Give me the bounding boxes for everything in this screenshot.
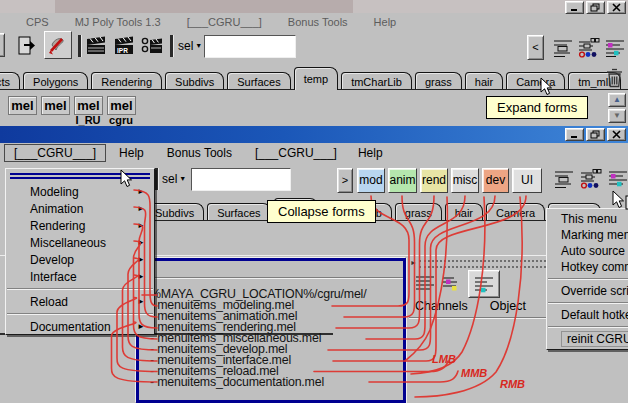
window1-titlebar[interactable] [0,0,628,13]
shelf-button-anim[interactable]: anim [388,168,417,193]
menu-cgru-open[interactable]: [___CGRU___] [4,144,106,162]
menu-item-interface[interactable]: Interface► [6,268,154,285]
shelf-button-dev[interactable]: dev [482,168,509,193]
expand-forms-tooltip: Expand forms [486,96,588,119]
shelf-tab-hair[interactable]: hair [465,72,503,90]
trash-icon[interactable] [603,66,626,93]
shelf-tab-subdivs[interactable]: Subdivs [165,72,224,90]
menu-item-marking-menu[interactable]: Marking menu [547,227,628,243]
menu-item-auto-source[interactable]: Auto source [547,243,628,259]
channel-box-layers-icon [473,273,495,295]
channel-box-icon[interactable] [604,37,626,63]
menu-bonus-tools[interactable]: Bonus Tools [284,14,352,30]
menu-separator [7,313,153,315]
menu-item-rendering[interactable]: Rendering► [6,217,154,234]
quick-select-input[interactable] [204,35,296,58]
menu-separator [7,288,153,290]
menu-tearoff-handle[interactable] [10,177,150,179]
menu-cgru[interactable]: [___CGRU___] [183,14,266,30]
collapse-forms-button[interactable]: < [527,35,544,60]
mel-file: - menuitems_documentation.mel [150,377,366,388]
menu-help[interactable]: Help [370,14,401,30]
shelf-tab-camera[interactable]: Camera [486,203,545,221]
shelf-scroll-up-button[interactable]: ▲ [608,93,626,107]
channel-box-icon[interactable] [414,273,436,299]
render-settings-icon[interactable] [140,34,165,63]
window2-titlebar[interactable] [0,126,628,143]
tool-settings-icon[interactable] [578,37,600,63]
menu-bonus-tools[interactable]: Bonus Tools [163,144,236,162]
menu-item-develop[interactable]: Develop► [6,251,154,268]
window1-menubar: CPS MJ Poly Tools 1.3 [___CGRU___] Bonus… [0,13,628,30]
menu-item-reload[interactable]: Reload► [6,293,154,310]
restore-button[interactable] [586,128,605,141]
expand-forms-button[interactable]: > [337,168,353,193]
menu-item-miscellaneous[interactable]: Miscellaneous► [6,234,154,251]
close-button[interactable] [607,128,626,141]
shelf-tab-hair[interactable]: hair [445,203,483,221]
ipr-render-icon[interactable]: IPR [112,34,137,63]
render-icon[interactable] [84,34,109,63]
shelf-button-mod[interactable]: mod [357,168,385,193]
restore-icon [590,3,601,12]
channels-menu[interactable]: Channels [415,299,468,313]
shelf-item-label: cgru [101,114,141,126]
shelf-button-ui[interactable]: UI [512,168,542,193]
shelf-item-mel-1[interactable]: mel [8,96,37,115]
shelf-item-mel-3[interactable]: mel [74,96,103,115]
tool-settings-icon[interactable] [580,168,602,194]
menu-help[interactable]: Help [115,144,148,162]
object-menu[interactable]: Object [490,299,526,313]
menu-item-default-hotkey[interactable]: Default hotkey [547,307,628,323]
menu-item-hotkey-comm[interactable]: Hotkey comm [547,259,628,275]
toolbar-edge-stub [0,33,5,57]
attribute-editor-icon[interactable] [553,168,575,194]
shelf-button-rend[interactable]: rend [420,168,448,193]
shelf-scroll-down-button[interactable]: ▼ [608,109,626,123]
shelf-tab-polygons[interactable]: Polygons [23,72,88,90]
menu-item-this-menu[interactable]: This menu [547,211,628,227]
shelf-tab-camera[interactable]: Camera [506,72,565,90]
submenu-arrow-icon: ► [137,255,145,264]
layer-editor-icon[interactable] [442,273,464,299]
attribute-editor-icon[interactable] [552,37,574,63]
selection-mask-dropdown[interactable]: sel▼ [162,172,186,186]
quick-select-input[interactable] [191,168,291,191]
shelf-tab-grass[interactable]: grass [415,72,462,90]
dropdown-arrow-icon: ▼ [195,42,202,49]
menu-item-animation[interactable]: Animation► [6,200,154,217]
menu-cgru-2[interactable]: [___CGRU___] [251,144,341,162]
channel-box-icon[interactable] [607,168,628,194]
shelf-tab-tmcharlib[interactable]: tmCharLib [341,72,412,90]
channel-layer-toggle-button[interactable] [468,270,500,298]
ui-context-menu: This menu Marking menu Auto source Hotke… [546,208,628,350]
menu-cps[interactable]: CPS [22,14,53,30]
scroll-down-icon: ▼ [613,111,621,120]
menu-help-2[interactable]: Help [354,144,387,162]
menu-item-modeling[interactable]: Modeling► [6,183,154,200]
minimize-icon [569,3,580,12]
lmb-label: LMB [432,353,456,365]
shelf-button-misc[interactable]: misc [451,168,479,193]
menu-item-reinit-cgru[interactable]: reinit CGRU [547,331,628,347]
menu-item-override-script[interactable]: Override script [547,283,628,299]
shelf-tab-surfaces[interactable]: Surfaces [207,203,270,221]
paint-tool-button[interactable] [44,31,72,59]
shelf-tab-surfaces[interactable]: Surfaces [227,72,290,90]
shelf-tab-rendering[interactable]: Rendering [91,72,162,90]
shelf-item-mel-2[interactable]: mel [41,96,70,115]
mel-file-list: %MAYA_CGRU_LOCATION%/cgru/mel/ - menuite… [150,289,366,388]
menu-mj-poly-tools[interactable]: MJ Poly Tools 1.3 [71,14,165,30]
exit-tool-icon[interactable] [16,34,40,62]
titlebar-accent [55,0,353,13]
selection-mask-dropdown[interactable]: sel▼ [178,39,202,53]
shelf-tab-grass[interactable]: grass [395,203,442,221]
dropdown-arrow-icon: ▼ [179,175,186,182]
shelf-item-mel-4[interactable]: mel [107,96,136,115]
menu-item-documentation[interactable]: Documentation► [6,318,154,335]
shelf-tab-temp[interactable]: temp [294,67,338,90]
expand-forms-label: > [342,174,348,186]
minimize-button[interactable] [565,128,584,141]
shelf-tab-cts[interactable]: cts [0,72,20,90]
menu-tearoff-handle[interactable] [10,173,150,175]
